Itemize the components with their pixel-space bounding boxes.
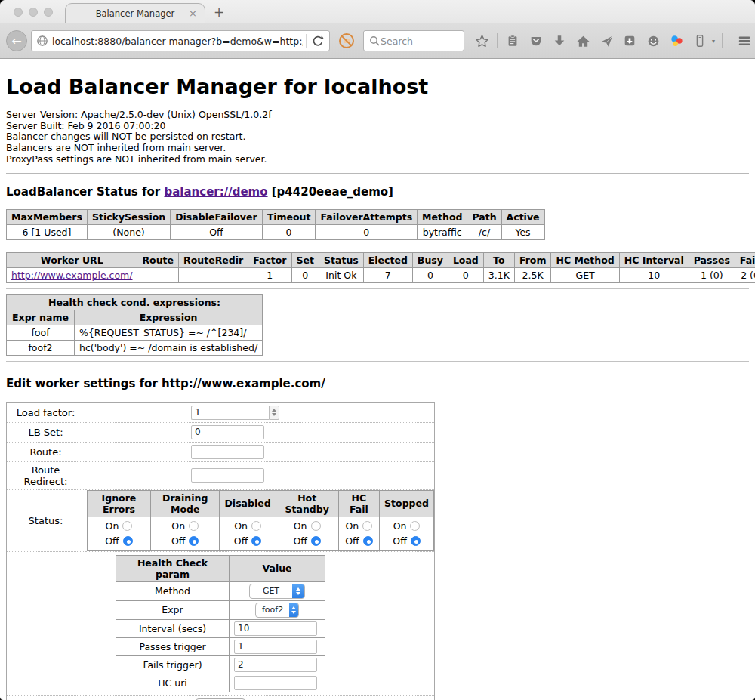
table-header-row: Worker URL Route RouteRedir Factor Set S… xyxy=(7,252,755,267)
route-input[interactable] xyxy=(191,445,264,459)
route-redirect-cell xyxy=(85,461,435,489)
cell-to: 3.1K xyxy=(483,267,514,282)
disabled-on-radio[interactable] xyxy=(251,521,261,531)
cell-passes: 1 (0) xyxy=(689,267,735,282)
balancer-heading-suffix: [p4420eeae_demo] xyxy=(268,185,393,199)
search-bar[interactable] xyxy=(363,30,464,51)
balancers-notice-line: Balancers are NOT inherited from main se… xyxy=(6,143,749,154)
share-send-icon[interactable] xyxy=(598,32,615,49)
bookmarks-clipboard-icon[interactable] xyxy=(504,32,521,49)
disabled-off-radio[interactable] xyxy=(251,536,261,546)
col-status: Status xyxy=(319,252,364,267)
draining-mode-on-radio[interactable] xyxy=(189,521,199,531)
hc-fail-on-radio[interactable] xyxy=(362,521,372,531)
worker-url-link[interactable]: http://www.example.com/ xyxy=(11,270,132,281)
search-input[interactable] xyxy=(381,35,459,47)
col-hc-fail: HC Fail xyxy=(338,490,379,517)
fails-input[interactable] xyxy=(234,658,317,672)
close-window-button[interactable] xyxy=(14,8,23,17)
url-bar[interactable] xyxy=(31,30,330,51)
stepper-arrows-icon[interactable] xyxy=(269,406,279,420)
col-busy: Busy xyxy=(412,252,448,267)
col-factor: Factor xyxy=(248,252,291,267)
cell-method: bytraffic xyxy=(418,224,467,239)
table-row: http://www.example.com/ 1 0 Init Ok 7 0 … xyxy=(7,267,755,282)
expr-table-title: Health check cond. expressions: xyxy=(7,294,263,310)
tab-balancer-manager[interactable]: Balancer Manager × xyxy=(65,3,205,23)
cell-busy: 0 xyxy=(412,267,448,282)
stopped-off-radio[interactable] xyxy=(411,536,421,546)
hc-interval-value-cell xyxy=(230,619,325,637)
hc-passes-label: Passes trigger xyxy=(116,637,230,655)
url-input[interactable] xyxy=(52,35,303,47)
col-expr-name: Expr name xyxy=(7,310,75,325)
passes-input[interactable] xyxy=(234,640,317,654)
hot-standby-off-radio[interactable] xyxy=(311,536,321,546)
draining-mode-off-radio[interactable] xyxy=(189,536,199,546)
table-header-row: Expr name Expression xyxy=(7,310,263,325)
expr-select[interactable]: foof2 xyxy=(255,603,299,618)
tab-title: Balancer Manager xyxy=(96,8,175,19)
hc-uri-input[interactable] xyxy=(234,676,317,690)
load-factor-stepper[interactable] xyxy=(191,406,279,420)
load-factor-cell xyxy=(85,402,435,422)
colored-dots-icon[interactable] xyxy=(668,32,685,49)
off-label: Off xyxy=(105,534,119,549)
method-select[interactable]: GET xyxy=(249,584,305,599)
server-info: Server Version: Apache/2.5.0-dev (Unix) … xyxy=(6,109,749,165)
table-header-row: Ignore Errors Draining Mode Disabled Hot… xyxy=(88,490,434,517)
content-blocked-icon[interactable] xyxy=(337,32,356,50)
disabled-cell: On Off xyxy=(220,517,276,550)
table-header-row: Health check cond. expressions: xyxy=(7,294,263,310)
table-header-row: Health Check param Value xyxy=(116,555,325,581)
table-row: Fails trigger) xyxy=(116,655,325,674)
balancer-link[interactable]: balancer://demo xyxy=(164,185,267,199)
col-draining-mode: Draining Mode xyxy=(150,490,220,517)
route-redirect-label: Route Redirect: xyxy=(7,461,85,489)
zoom-window-button[interactable] xyxy=(44,8,53,17)
form-row: Status: Ignore Errors Draining Mode Disa… xyxy=(7,489,435,551)
ignore-errors-off-radio[interactable] xyxy=(123,536,133,546)
chevron-down-icon[interactable]: ▾ xyxy=(712,38,715,45)
tab-close-icon[interactable]: × xyxy=(189,8,197,19)
col-method: Method xyxy=(418,209,467,224)
cell-disablefailover: Off xyxy=(171,224,262,239)
cell-routeredir xyxy=(179,267,248,282)
on-label: On xyxy=(171,519,185,534)
menu-hamburger-icon[interactable] xyxy=(736,32,753,49)
reload-icon[interactable] xyxy=(310,32,326,49)
stopped-on-radio[interactable] xyxy=(410,521,420,531)
edit-worker-form: Load factor: LB Set: Route: Route Redire… xyxy=(6,402,435,700)
stopped-cell: On Off xyxy=(380,517,434,550)
pocket-icon[interactable] xyxy=(528,32,544,49)
back-button[interactable]: ← xyxy=(6,30,27,51)
feedback-smiley-icon[interactable] xyxy=(645,32,661,49)
load-factor-input[interactable] xyxy=(191,406,269,420)
table-header-row: MaxMembers StickySession DisableFailover… xyxy=(7,209,545,224)
bookmark-star-icon[interactable] xyxy=(473,32,490,49)
globe-icon xyxy=(36,35,48,47)
hot-standby-on-radio[interactable] xyxy=(311,521,321,531)
col-worker-url: Worker URL xyxy=(7,252,137,267)
toolbar-separator xyxy=(497,33,498,48)
off-label: Off xyxy=(171,534,185,549)
col-maxmembers: MaxMembers xyxy=(7,209,88,224)
interval-input[interactable] xyxy=(234,621,317,636)
downloads-icon[interactable] xyxy=(551,32,568,49)
search-icon xyxy=(368,35,381,47)
home-icon[interactable] xyxy=(575,32,591,49)
minimize-window-button[interactable] xyxy=(29,8,38,17)
toolbar-icons: ▾ xyxy=(473,32,755,49)
lb-set-input[interactable] xyxy=(191,425,264,439)
ignore-errors-on-radio[interactable] xyxy=(122,521,132,531)
hc-fail-off-radio[interactable] xyxy=(363,536,373,546)
col-route: Route xyxy=(137,252,179,267)
on-label: On xyxy=(345,519,359,534)
sidebar-panel-icon[interactable] xyxy=(692,32,708,49)
col-hc-value: Value xyxy=(230,555,325,581)
route-redirect-input[interactable] xyxy=(191,468,264,483)
tab-bar: Balancer Manager × + xyxy=(0,0,755,23)
new-tab-button[interactable]: + xyxy=(214,5,224,20)
route-label: Route: xyxy=(7,442,85,461)
save-page-icon[interactable] xyxy=(621,32,638,49)
